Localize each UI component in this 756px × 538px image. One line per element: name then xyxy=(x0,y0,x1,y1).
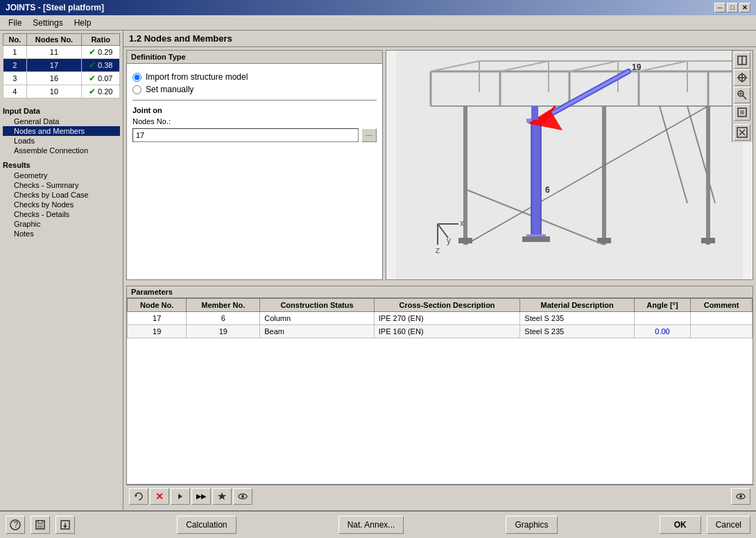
radio-import-input[interactable] xyxy=(132,73,141,82)
param-col-material: Material Description xyxy=(520,299,635,312)
col-ratio: Ratio xyxy=(82,34,120,46)
tree-graphic[interactable]: Graphic xyxy=(3,219,120,229)
cancel-button[interactable]: Cancel xyxy=(707,516,750,534)
check-icon: ✔ xyxy=(89,60,96,70)
svg-rect-71 xyxy=(38,521,42,523)
nodes-pick-button[interactable]: ⋯ xyxy=(361,128,377,142)
main-container: No. Nodes No. Ratio 1 11 ✔ 0.29 2 17 ✔ 0… xyxy=(0,31,756,510)
menu-settings[interactable]: Settings xyxy=(27,17,68,29)
svg-text:x: x xyxy=(460,218,464,228)
svg-rect-29 xyxy=(531,120,541,238)
menu-file[interactable]: File xyxy=(3,17,27,29)
vp-btn-3[interactable] xyxy=(734,87,750,103)
param-material: Steel S 235 xyxy=(520,325,635,338)
btn-skip[interactable]: ▶▶ xyxy=(191,488,211,505)
menu-help[interactable]: Help xyxy=(69,17,97,29)
export-icon-button[interactable] xyxy=(55,516,75,534)
ok-button[interactable]: OK xyxy=(660,516,701,534)
radio-manual-input[interactable] xyxy=(132,85,141,94)
help-icon-button[interactable]: ? xyxy=(6,516,25,534)
param-node-no: 19 xyxy=(128,325,187,338)
vp-btn-1[interactable] xyxy=(734,52,750,69)
tree-checks-nodes[interactable]: Checks by Nodes xyxy=(3,200,120,209)
joint-ratio: ✔ 0.07 xyxy=(82,72,120,85)
parameters-table: Node No. Member No. Construction Status … xyxy=(127,298,753,338)
svg-rect-32 xyxy=(522,236,550,242)
radio-manual-label: Set manually xyxy=(146,85,194,94)
param-node-no: 17 xyxy=(128,312,187,325)
param-material: Steel S 235 xyxy=(520,312,635,325)
param-col-angle: Angle [°] xyxy=(634,299,690,312)
tree-nodes-members[interactable]: Nodes and Members xyxy=(3,126,120,136)
param-cross-section: IPE 160 (EN) xyxy=(374,325,520,338)
bottom-toolbar: ✕ ▶▶ xyxy=(126,485,753,507)
btn-view-right[interactable] xyxy=(731,488,750,505)
btn-eye[interactable] xyxy=(233,488,252,505)
radio-import-label: Import from structure model xyxy=(146,72,248,82)
save-icon-button[interactable] xyxy=(31,516,50,534)
check-icon: ✔ xyxy=(89,87,96,96)
divider xyxy=(132,100,377,101)
viewport-toolbar xyxy=(732,51,753,142)
btn-special[interactable] xyxy=(212,488,232,505)
radio-import[interactable]: Import from structure model xyxy=(132,72,377,82)
btn-delete[interactable]: ✕ xyxy=(150,488,169,505)
top-content: Definition Type Import from structure mo… xyxy=(123,47,756,283)
nat-annex-button[interactable]: Nat. Annex... xyxy=(338,516,404,534)
btn-undo[interactable] xyxy=(129,488,148,505)
vp-btn-2[interactable] xyxy=(734,69,750,86)
tree-checks-summary[interactable]: Checks - Summary xyxy=(3,180,120,190)
title-bar: JOINTS - [Steel platform] ─ □ ✕ xyxy=(0,0,756,15)
menu-bar: File Settings Help xyxy=(0,15,756,31)
graphics-button[interactable]: Graphics xyxy=(506,516,557,534)
param-row[interactable]: 19 19 Beam IPE 160 (EN) Steel S 235 0.00 xyxy=(128,325,753,338)
param-member-no: 6 xyxy=(187,312,260,325)
param-cross-section: IPE 270 (EN) xyxy=(374,312,520,325)
svg-line-52 xyxy=(743,96,746,99)
title-bar-buttons: ─ □ ✕ xyxy=(714,3,750,12)
joint-row[interactable]: 4 10 ✔ 0.20 xyxy=(3,85,120,98)
nodes-no-input[interactable] xyxy=(132,128,359,142)
bottom-bar: ? Calculation Nat. Annex... Graphics OK … xyxy=(0,510,756,538)
svg-rect-70 xyxy=(37,525,43,528)
nodes-field-row: ⋯ xyxy=(132,128,377,142)
param-col-construction: Construction Status xyxy=(260,299,375,312)
joint-nodes: 11 xyxy=(26,46,82,59)
joint-no: 3 xyxy=(3,72,27,85)
param-row[interactable]: 17 6 Column IPE 270 (EN) Steel S 235 xyxy=(128,312,753,325)
joint-ratio: ✔ 0.38 xyxy=(82,59,120,72)
check-icon: ✔ xyxy=(89,47,96,57)
tree-geometry[interactable]: Geometry xyxy=(3,171,120,180)
joint-row[interactable]: 2 17 ✔ 0.38 xyxy=(3,59,120,72)
svg-text:z: z xyxy=(436,245,440,255)
param-col-member: Member No. xyxy=(187,299,260,312)
joint-on-label: Joint on xyxy=(132,106,377,114)
svg-marker-61 xyxy=(178,494,182,499)
tree-checks-details[interactable]: Checks - Details xyxy=(3,209,120,219)
calculation-button[interactable]: Calculation xyxy=(177,516,236,534)
joint-no: 4 xyxy=(3,85,27,98)
tree-section: Input Data General Data Nodes and Member… xyxy=(0,101,123,510)
joint-ratio: ✔ 0.29 xyxy=(82,46,120,59)
joint-nodes: 10 xyxy=(26,85,82,98)
tree-loads[interactable]: Loads xyxy=(3,136,120,146)
tree-assemble[interactable]: Assemble Connection xyxy=(3,146,120,155)
joint-nodes: 16 xyxy=(26,72,82,85)
svg-text:?: ? xyxy=(14,520,19,530)
maximize-button[interactable]: □ xyxy=(727,3,738,12)
joint-row[interactable]: 1 11 ✔ 0.29 xyxy=(3,46,120,59)
joint-row[interactable]: 3 16 ✔ 0.07 xyxy=(3,72,120,85)
tree-notes[interactable]: Notes xyxy=(3,229,120,238)
btn-next[interactable] xyxy=(171,488,190,505)
vp-btn-5[interactable] xyxy=(734,124,750,141)
svg-point-66 xyxy=(739,495,742,498)
close-button[interactable]: ✕ xyxy=(739,3,750,12)
minimize-button[interactable]: ─ xyxy=(714,3,725,12)
tree-general-data[interactable]: General Data xyxy=(3,116,120,126)
vp-btn-4[interactable] xyxy=(734,104,750,121)
svg-text:19: 19 xyxy=(632,62,642,72)
tree-checks-load-case[interactable]: Checks by Load Case xyxy=(3,190,120,200)
definition-panel: Definition Type Import from structure mo… xyxy=(126,50,383,280)
col-no: No. xyxy=(3,34,27,46)
radio-manual[interactable]: Set manually xyxy=(132,85,377,94)
